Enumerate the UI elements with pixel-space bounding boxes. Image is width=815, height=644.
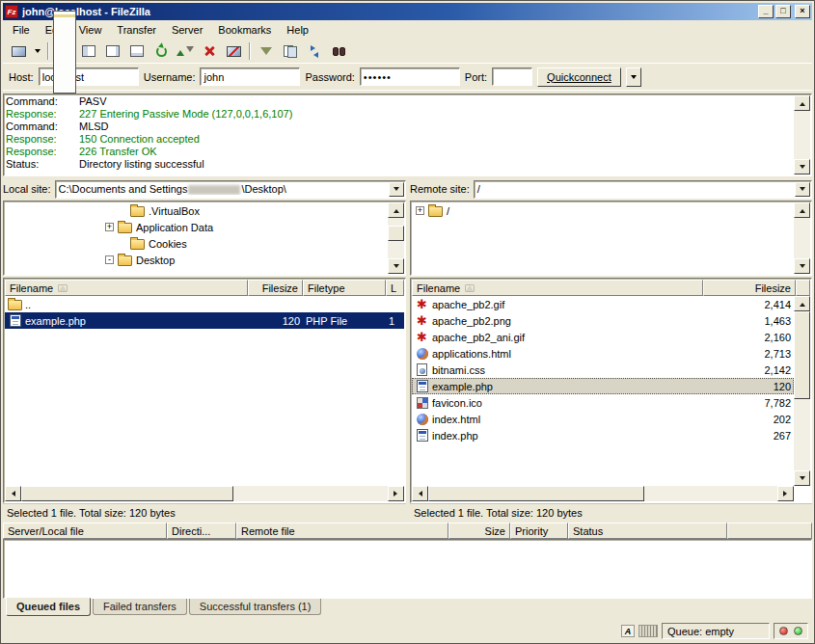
column-header-filetype[interactable]: Filetype [303, 280, 386, 296]
tree-item[interactable]: +Application Data [5, 219, 388, 235]
scroll-down-button[interactable] [794, 258, 810, 274]
column-header-status[interactable]: Status [568, 523, 727, 539]
file-row[interactable]: applications.html2,713 [412, 345, 794, 362]
local-horizontal-scrollbar[interactable] [5, 486, 404, 501]
menu-file[interactable]: File [5, 21, 38, 39]
remote-file-list[interactable]: Filename Filesize apache_pb2.gif2,414 ap… [410, 278, 812, 503]
menu-bookmarks[interactable]: Bookmarks [210, 21, 279, 39]
tab-queued-files[interactable]: Queued files [6, 598, 91, 616]
log-vertical-scrollbar[interactable] [794, 95, 810, 174]
column-header-server-local-file[interactable]: Server/Local file [3, 523, 167, 539]
message-log[interactable]: Command:PASV Response:227 Entering Passi… [3, 94, 812, 176]
column-header-direction[interactable]: Directi... [167, 523, 236, 539]
site-manager-dropdown-button[interactable] [31, 40, 43, 62]
directory-compare-button[interactable] [279, 40, 302, 62]
scroll-left-button[interactable] [5, 486, 21, 501]
maximize-button[interactable]: □ [775, 5, 791, 18]
toggle-message-log-button[interactable] [53, 40, 76, 62]
scroll-track[interactable] [21, 486, 388, 501]
browser-panes: Local site: C:\Documents and Settings\De… [3, 178, 812, 521]
column-header-priority[interactable]: Priority [510, 523, 568, 539]
site-manager-button[interactable] [7, 40, 30, 62]
file-row[interactable]: apache_pb2_ani.gif2,160 [412, 329, 794, 345]
scroll-track[interactable] [428, 486, 777, 501]
scroll-up-button[interactable] [388, 202, 404, 218]
scroll-track[interactable] [388, 218, 404, 258]
menu-server[interactable]: Server [164, 21, 210, 39]
column-header-size[interactable]: Size [448, 523, 510, 539]
minimize-button[interactable]: _ [758, 5, 774, 18]
scroll-right-button[interactable] [777, 486, 794, 501]
remote-vertical-scrollbar[interactable] [794, 296, 810, 486]
find-files-button[interactable] [327, 40, 350, 62]
file-row[interactable]: apache_pb2.gif2,414 [412, 296, 794, 312]
toggle-local-tree-button[interactable] [77, 40, 100, 62]
php-file-icon [10, 314, 21, 327]
toggle-remote-tree-button[interactable] [101, 40, 124, 62]
queue-list[interactable] [3, 539, 812, 599]
column-header-filename[interactable]: Filename [412, 280, 703, 296]
scroll-track[interactable] [794, 218, 810, 258]
scroll-up-button[interactable] [794, 202, 810, 218]
column-header-filename[interactable]: Filename [5, 280, 248, 296]
scroll-left-button[interactable] [412, 486, 428, 501]
remote-horizontal-scrollbar[interactable] [412, 486, 794, 501]
quickconnect-button[interactable]: Quickconnect [537, 67, 621, 87]
file-row[interactable]: index.php267 [412, 427, 794, 443]
menu-help[interactable]: Help [279, 21, 316, 39]
tree-item[interactable]: Cookies [5, 235, 388, 252]
close-button[interactable]: × [795, 5, 810, 18]
remote-tree-scrollbar[interactable] [794, 202, 810, 274]
menu-view[interactable]: View [71, 21, 110, 39]
file-row-selected[interactable]: example.php120 [412, 378, 794, 394]
cancel-button[interactable] [198, 40, 221, 62]
menu-transfer[interactable]: Transfer [109, 21, 164, 39]
file-row[interactable]: favicon.ico7,782 [412, 394, 794, 411]
local-tree-scrollbar[interactable] [388, 202, 404, 274]
column-header-last-modified[interactable]: L [386, 280, 404, 296]
password-input[interactable] [360, 67, 460, 86]
menu-bar: File Edit View Transfer Server Bookmarks… [3, 20, 812, 40]
local-directory-tree[interactable]: .VirtualBox +Application Data Cookies -D… [3, 201, 406, 276]
filter-button[interactable] [255, 40, 278, 62]
expand-icon[interactable]: + [105, 223, 114, 231]
column-header-filesize[interactable]: Filesize [703, 280, 796, 296]
tree-item[interactable]: +/ [412, 202, 794, 219]
remote-directory-tree[interactable]: +/ [410, 201, 812, 276]
tab-successful-transfers[interactable]: Successful transfers (1) [189, 599, 322, 615]
refresh-button[interactable] [149, 40, 173, 62]
port-input[interactable] [492, 67, 532, 86]
scroll-up-button[interactable] [794, 95, 810, 111]
file-row[interactable]: index.html202 [412, 411, 794, 427]
file-row-parent-dir[interactable]: .. [5, 296, 404, 312]
scroll-track[interactable] [794, 311, 810, 470]
tree-item[interactable]: .VirtualBox [5, 202, 388, 219]
file-row[interactable]: bitnami.css2,142 [412, 362, 794, 378]
scroll-down-button[interactable] [794, 159, 810, 174]
quickconnect-dropdown-button[interactable] [626, 67, 641, 87]
scroll-down-button[interactable] [794, 470, 810, 486]
process-queue-button[interactable] [174, 40, 197, 62]
tree-item[interactable]: -Desktop [5, 252, 388, 268]
username-input[interactable] [200, 67, 300, 86]
tab-failed-transfers[interactable]: Failed transfers [93, 599, 187, 615]
file-row[interactable]: apache_pb2.png1,463 [412, 312, 794, 329]
local-site-dropdown-button[interactable] [389, 182, 404, 197]
column-header-remote-file[interactable]: Remote file [236, 523, 448, 539]
toggle-queue-button[interactable] [125, 40, 149, 62]
scroll-up-button[interactable] [794, 296, 810, 311]
expand-icon[interactable]: + [416, 206, 424, 215]
disconnect-button[interactable] [222, 40, 245, 62]
file-row-selected[interactable]: example.php 120 PHP File 1 [5, 312, 404, 329]
scroll-track[interactable] [794, 111, 810, 159]
local-file-list[interactable]: Filename Filesize Filetype L .. example.… [3, 278, 406, 503]
synchronized-browsing-button[interactable] [303, 40, 326, 62]
title-bar[interactable]: john@localhost - FileZilla _ □ × [3, 3, 812, 20]
local-site-combobox[interactable]: C:\Documents and Settings\Desktop\ [55, 180, 406, 199]
remote-site-combobox[interactable]: / [474, 180, 812, 199]
remote-site-dropdown-button[interactable] [795, 182, 810, 197]
scroll-down-button[interactable] [388, 258, 404, 274]
scroll-right-button[interactable] [388, 486, 404, 501]
collapse-icon[interactable]: - [105, 255, 114, 264]
column-header-filesize[interactable]: Filesize [248, 280, 303, 296]
